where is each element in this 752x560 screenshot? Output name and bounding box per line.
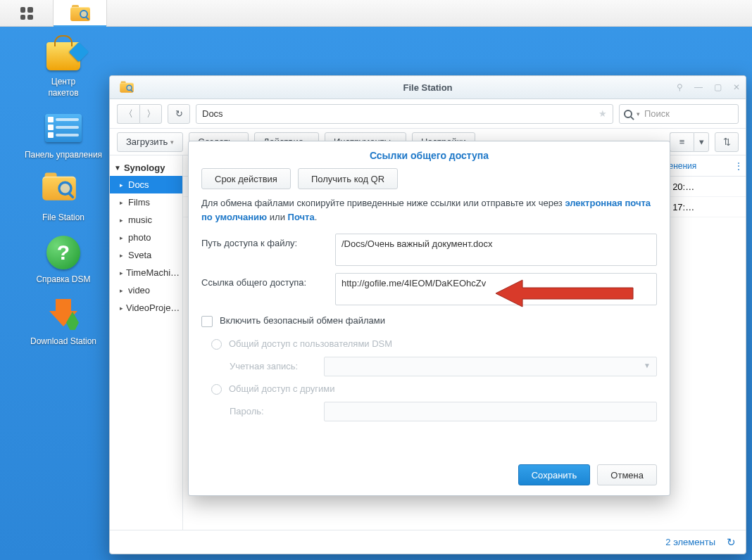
folder-search-icon	[70, 6, 90, 21]
nav-row: 〈 〉 ↻ Docs ★ ▾ Поиск	[110, 99, 746, 129]
tree-item-films[interactable]: ▸Films	[110, 193, 182, 211]
search-placeholder: Поиск	[644, 108, 670, 119]
apps-icon	[20, 7, 33, 20]
pin-icon[interactable]: ⚲	[677, 82, 683, 92]
path-value-box[interactable]: /Docs/Очень важный документ.docx	[335, 234, 657, 266]
item-count: 2 элементы	[665, 537, 715, 547]
link-label: Ссылка общего доступа:	[201, 273, 328, 305]
validity-button[interactable]: Срок действия	[201, 168, 291, 189]
secure-label: Включить безопасный обмен файлами	[220, 315, 385, 326]
path-input[interactable]: Docs ★	[196, 104, 613, 124]
label: File Station	[0, 212, 127, 223]
label: Download Station	[0, 336, 127, 347]
dialog-footer: Сохранить Отмена	[189, 454, 670, 495]
cancel-button[interactable]: Отмена	[597, 464, 657, 485]
password-input	[324, 402, 657, 421]
help-icon: ?	[46, 236, 80, 269]
tree-item-photo[interactable]: ▸photo	[110, 229, 182, 246]
desktop-icon-package-center[interactable]: Центр пакетов	[0, 38, 127, 98]
tree-root[interactable]: ▼Synology	[110, 160, 182, 176]
password-label: Пароль:	[230, 406, 314, 416]
chevron-down-icon: ▾	[637, 110, 640, 117]
secure-share-row[interactable]: Включить безопасный обмен файлами	[201, 315, 657, 327]
minimize-icon[interactable]: —	[694, 82, 703, 92]
search-icon	[624, 110, 632, 118]
radio-icon	[211, 339, 222, 350]
desktop-icon-control-panel[interactable]: Панель управления	[0, 111, 127, 160]
mail-link[interactable]: Почта	[288, 212, 315, 222]
close-icon[interactable]: ✕	[733, 82, 740, 92]
desktop-icon-download-station[interactable]: Download Station	[0, 298, 127, 347]
desktop-icon-file-station[interactable]: File Station	[0, 174, 127, 223]
share-dsm-row: Общий доступ с пользователями DSM	[201, 338, 657, 350]
window-title: File Station	[110, 82, 746, 93]
maximize-icon[interactable]: ▢	[714, 82, 722, 92]
forward-button[interactable]: 〉	[139, 104, 162, 124]
path-label: Путь доступа к файлу:	[201, 234, 328, 266]
desktop-icon-help[interactable]: ? Справка DSM	[0, 236, 127, 285]
checkbox-icon[interactable]	[201, 316, 213, 327]
star-icon[interactable]: ★	[599, 108, 607, 119]
sort-button[interactable]: ⇅	[715, 132, 739, 152]
upload-button[interactable]: Загрузить▾	[117, 132, 183, 152]
tree-item-music[interactable]: ▸music	[110, 211, 182, 229]
label: Справка DSM	[0, 274, 127, 285]
window-icon	[120, 82, 134, 92]
label: Центр пакетов	[0, 76, 127, 98]
taskbar	[0, 0, 752, 27]
titlebar[interactable]: File Station ⚲ — ▢ ✕	[110, 76, 746, 99]
tree-item-sveta[interactable]: ▸Sveta	[110, 246, 182, 264]
dialog-title: Ссылки общего доступа	[189, 141, 670, 168]
password-row: Пароль:	[201, 402, 657, 421]
view-list-button[interactable]: ≡	[670, 132, 694, 152]
taskbar-filestation[interactable]	[54, 0, 107, 27]
account-label: Учетная запись:	[230, 361, 314, 371]
tree-item-timemachine[interactable]: ▸TimeMachi…	[110, 264, 182, 281]
desktop: Центр пакетов Панель управления File Sta…	[0, 38, 127, 359]
tree-item-video[interactable]: ▸video	[110, 281, 182, 299]
share-other-row: Общий доступ с другими	[201, 383, 657, 395]
tree-item-videoproject[interactable]: ▸VideoProje…	[110, 299, 182, 317]
folder-tree: ▼Synology ▸Docs ▸Films ▸music ▸photo ▸Sv…	[110, 155, 183, 530]
path-text: Docs	[202, 108, 223, 119]
share-links-dialog: Ссылки общего доступа Срок действия Полу…	[188, 141, 670, 496]
account-row: Учетная запись:	[201, 357, 657, 376]
radio-icon	[211, 384, 222, 395]
intro-text: Для обмена файлами скопируйте приведенны…	[201, 196, 657, 224]
label: Панель управления	[0, 149, 127, 160]
refresh-button[interactable]: ↻	[168, 104, 190, 124]
qr-button[interactable]: Получить код QR	[298, 168, 398, 189]
columns-menu-icon[interactable]: ⋮	[732, 161, 746, 171]
tree-item-docs[interactable]: ▸Docs	[110, 176, 182, 193]
refresh-icon[interactable]: ↻	[727, 536, 736, 549]
statusbar: 2 элементы ↻	[110, 530, 746, 554]
account-select	[324, 357, 657, 376]
share-link-box[interactable]: http://gofile.me/4IEOM/DaKEOhcZv	[335, 273, 657, 305]
save-button[interactable]: Сохранить	[518, 464, 591, 485]
launcher-button[interactable]	[0, 0, 54, 27]
search-input[interactable]: ▾ Поиск	[619, 104, 739, 124]
back-button[interactable]: 〈	[117, 104, 139, 124]
download-icon	[49, 299, 77, 330]
view-dropdown-button[interactable]: ▾	[694, 132, 709, 152]
